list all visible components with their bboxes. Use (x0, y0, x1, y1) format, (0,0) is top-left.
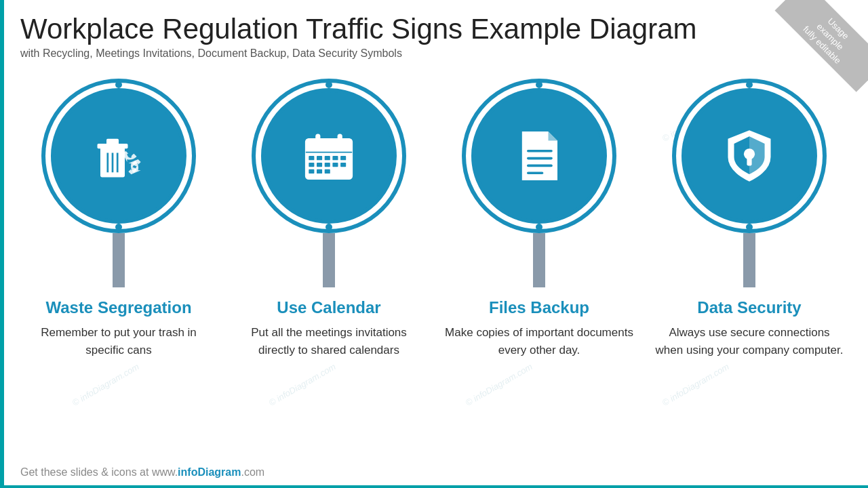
sign-dot-top-backup (536, 81, 542, 88)
document-icon (509, 125, 570, 186)
footer-brand: infoDiagram (178, 466, 241, 478)
sign-circle-calendar (261, 88, 397, 224)
ribbon-text: Usage example fully editable (775, 0, 868, 92)
svg-rect-14 (309, 156, 314, 160)
svg-rect-25 (317, 169, 322, 174)
svg-rect-20 (317, 163, 322, 167)
header: Workplace Regulation Traffic Signs Examp… (20, 14, 760, 60)
sign-pole-calendar (323, 233, 335, 287)
page-title: Workplace Regulation Traffic Signs Examp… (20, 14, 760, 45)
svg-rect-24 (309, 169, 314, 174)
sign-column-backup: Files Backup Make copies of important do… (444, 88, 634, 359)
corner-ribbon: Usage example fully editable (766, 0, 868, 102)
bottom-accent-bar (0, 485, 868, 488)
svg-rect-17 (332, 156, 338, 160)
sign-title-waste: Waste Segregation (45, 298, 191, 317)
page-subtitle: with Recycling, Meetings Invitations, Do… (20, 47, 760, 60)
sign-desc-calendar: Put all the meetings invitations directl… (234, 324, 424, 359)
sign-pole-backup (533, 233, 545, 287)
sign-title-backup: Files Backup (489, 298, 589, 317)
sign-circle-security (682, 88, 817, 224)
footer-text-after: .com (241, 466, 264, 478)
sign-title-calendar: Use Calendar (277, 298, 380, 317)
sign-desc-backup: Make copies of important documents every… (444, 324, 634, 359)
svg-rect-32 (747, 157, 751, 166)
svg-rect-22 (332, 163, 338, 167)
sign-dot-bottom-waste (115, 224, 122, 230)
svg-rect-15 (317, 156, 322, 160)
svg-rect-19 (309, 163, 314, 167)
sign-pole-security (743, 233, 755, 287)
sign-dot-top-calendar (326, 81, 332, 88)
sign-dot-bottom-calendar (326, 224, 332, 230)
sign-column-waste: Waste Segregation Remember to put your t… (24, 88, 214, 359)
svg-rect-12 (338, 134, 342, 145)
main-content: Waste Segregation Remember to put your t… (14, 88, 854, 447)
sign-dot-bottom-backup (536, 224, 542, 230)
svg-rect-18 (340, 156, 346, 160)
sign-column-security: Data Security Always use secure connecti… (654, 88, 844, 359)
shield-icon (719, 125, 780, 186)
svg-rect-23 (340, 163, 346, 167)
sign-column-calendar: Use Calendar Put all the meetings invita… (234, 88, 424, 359)
sign-dot-bottom-security (746, 224, 753, 230)
sign-dot-top-waste (115, 81, 122, 88)
left-accent-bar (0, 0, 4, 488)
svg-rect-2 (106, 139, 119, 145)
sign-circle-waste (51, 88, 186, 224)
footer: Get these slides & icons at www.infoDiag… (20, 466, 264, 479)
svg-rect-21 (325, 163, 330, 167)
recycle-icon (88, 125, 149, 186)
footer-text-before: Get these slides & icons at www. (20, 466, 178, 478)
sign-desc-waste: Remember to put your trash in specific c… (24, 324, 214, 359)
calendar-icon (298, 125, 359, 186)
sign-desc-security: Always use secure connections when using… (654, 324, 844, 359)
svg-rect-26 (325, 169, 330, 174)
svg-rect-11 (315, 134, 320, 145)
svg-rect-9 (306, 139, 352, 151)
sign-title-security: Data Security (697, 298, 801, 317)
svg-rect-16 (325, 156, 330, 160)
sign-pole-waste (113, 233, 125, 287)
sign-dot-top-security (746, 81, 753, 88)
sign-circle-backup (471, 88, 607, 224)
